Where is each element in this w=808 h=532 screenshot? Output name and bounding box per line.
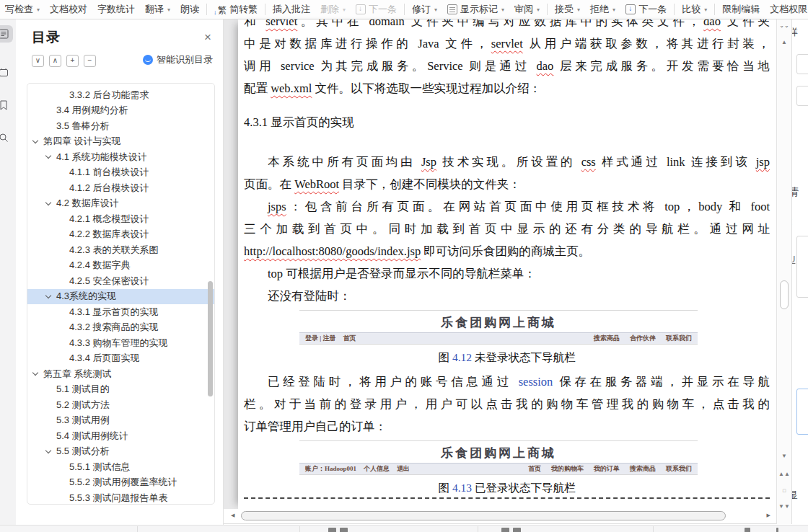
toolbar-button-label: 简转繁 [229, 3, 258, 16]
chevron-down-icon[interactable] [45, 200, 51, 205]
text-run: 栏。对于当前的登录用户，用户可以点击我的购物车管理我的购物车，点击我的 [244, 397, 770, 411]
toc-item[interactable]: 4.1.2 后台模块设计 [27, 180, 214, 196]
bookmark-icon[interactable] [0, 97, 13, 114]
toc-item-label: 4.1.1 前台模块设计 [69, 166, 149, 179]
toolbar-button-label: 修订 [412, 3, 431, 16]
text-run: 本系统中所有页面均由 [268, 155, 421, 169]
toc-item[interactable]: 4.2.4 数据字典 [27, 258, 214, 274]
toc-item[interactable]: 4.2.3 表的关联关系图 [27, 242, 214, 258]
toc-item[interactable]: 4.2.1 概念模型设计 [27, 211, 214, 227]
outline-icon[interactable] [0, 25, 13, 43]
document-page[interactable]: 和 servlet。其中在 domain 文件夹中编写对应数据库中的实体类文件，… [238, 19, 776, 509]
reject-button[interactable]: 拒绝▾ [585, 0, 620, 19]
toolbar-button-label: 插入批注 [273, 3, 310, 16]
restrict-editing-button[interactable]: 限制编辑 [717, 0, 765, 19]
close-icon[interactable]: × [204, 32, 211, 43]
dropdown-arrow-icon: ▾ [167, 6, 170, 13]
toolbar-divider [547, 4, 548, 15]
toc-item[interactable]: 3.5 鲁棒分析 [27, 118, 214, 134]
toc-item[interactable]: 4.3.1 显示首页的实现 [27, 304, 214, 320]
scroll-down-icon[interactable]: ▼ [777, 453, 791, 459]
toc-item[interactable]: 5.5.1 测试信息 [27, 459, 214, 475]
toolbar-divider [714, 4, 715, 15]
toc-item[interactable]: 3.4 用例规约分析 [27, 103, 214, 119]
toc-item[interactable]: 4.2 数据库设计 [27, 196, 214, 212]
status-bar-fragment [328, 528, 336, 532]
previous-page-icon[interactable]: ▲▲ [777, 471, 791, 477]
spell-check-button[interactable]: 写检查▾ [0, 0, 45, 19]
dropdown-arrow-icon: ▾ [434, 6, 437, 13]
toc-item[interactable]: 5.4 测试用例统计 [27, 428, 214, 444]
insert-comment-button[interactable]: 插入批注 [268, 0, 315, 19]
word-count-button[interactable]: 字数统计 [92, 0, 140, 19]
vertical-scrollbar-thumb[interactable] [780, 280, 789, 309]
figure-nav-item: 联系我们 [666, 464, 692, 474]
toc-item-label: 5.3 测试用例 [56, 414, 110, 427]
scroll-right-icon[interactable]: ▶ [767, 513, 770, 518]
expand-all-button[interactable]: + [66, 55, 79, 67]
toc-item[interactable]: 4.3.4 后页面实现 [27, 351, 214, 367]
chevron-down-icon[interactable] [45, 153, 51, 159]
figure-nav-left: 登录 | 注册首页 [305, 334, 356, 343]
toc-item[interactable]: 4.1.1 前台模块设计 [27, 165, 214, 181]
search-icon[interactable] [0, 129, 13, 146]
spellcheck-underlined-text: jsps [268, 200, 286, 213]
toolbar-button-label: 删除 [320, 3, 339, 16]
show-markup-button[interactable]: 显示标记▾ [442, 0, 509, 19]
toc-item-label: 5.2 测试方法 [56, 399, 110, 412]
accept-button[interactable]: 接受▾ [550, 0, 585, 19]
toc-item[interactable]: 4.2.5 安全保密设计 [27, 273, 214, 289]
next-change-button[interactable]: 下一条 [620, 0, 672, 19]
collapse-ribbon-icon[interactable]: ⌄⌄ [777, 22, 791, 29]
scroll-up-icon[interactable]: ▲ [777, 39, 791, 45]
toc-item[interactable]: 4.3系统的实现 [27, 289, 214, 305]
simplified-to-traditional-button[interactable]: 简转繁 [209, 0, 263, 19]
expand-heading-button[interactable]: ∨ [32, 55, 44, 67]
toolbar: 写检查▾文档校对字数统计翻译▾朗读简转繁插入批注删除▾下一条修订▾显示标记▾审阅… [0, 0, 808, 19]
toc-item[interactable]: 4.3.2 搜索商品的实现 [27, 320, 214, 336]
proofread-button[interactable]: 文档校对 [45, 0, 92, 19]
chevron-down-icon[interactable] [32, 138, 38, 143]
select-browse-object-icon[interactable]: □ [777, 488, 791, 493]
horizontal-scrollbar-thumb[interactable] [241, 511, 726, 520]
comment-icon[interactable] [0, 64, 13, 81]
toc-item[interactable]: 5.5.2 测试用例覆盖率统计 [27, 475, 214, 491]
document-permissions-button[interactable]: 文档权限 [765, 0, 808, 19]
collapse-heading-button[interactable]: ∧ [49, 55, 61, 67]
toc-item[interactable]: 3.3.2 后台功能需求 [27, 87, 214, 103]
toc-item[interactable]: 5.2 测试方法 [27, 397, 214, 413]
figure-nav-item: 个人信息 [364, 464, 390, 474]
toolbar-button-label: 比较 [682, 3, 701, 16]
next-page-icon[interactable]: ▼▼ [777, 503, 791, 510]
toc-item[interactable]: 4.2.2 数据库表设计 [27, 227, 214, 243]
toc-item[interactable]: 5.5 测试分析 [27, 444, 214, 460]
document-line: 和 servlet。其中在 domain 文件夹中编写对应数据库中的实体类文件，… [244, 19, 770, 32]
translate-button[interactable]: 翻译▾ [140, 0, 175, 19]
toc-item-label: 4.3.2 搜索商品的实现 [69, 321, 159, 334]
chevron-down-icon[interactable] [45, 293, 51, 298]
text-run: 三个加载到首页中。同时加载到首页中显示的还有分类的导航栏。通过网址 [244, 222, 770, 236]
toc-item[interactable]: 5.1 测试目的 [27, 382, 214, 398]
toc-item[interactable]: 5.3 测试用例 [27, 413, 214, 429]
compare-button[interactable]: 比较▾ [677, 0, 712, 19]
figure-nav-item: 退出 [397, 464, 410, 474]
status-bar-fragment [501, 528, 509, 532]
toc-item[interactable]: 4.3.3 购物车管理的实现 [27, 335, 214, 351]
track-changes-button[interactable]: 修订▾ [407, 0, 442, 19]
review-button[interactable]: 审阅▾ [509, 0, 545, 19]
smart-recognize-button[interactable]: 智能识别目录 [143, 53, 213, 66]
toc-item[interactable]: 5.5.3 测试问题报告单表 [27, 490, 214, 505]
toc-item[interactable]: 第四章 设计与实现 [27, 134, 214, 150]
read-aloud-button[interactable]: 朗读 [175, 0, 204, 19]
chevron-down-icon[interactable] [45, 448, 51, 453]
toc-scrollbar-thumb[interactable] [208, 281, 213, 396]
document-line: 中是对数据库进行操作的 Java 文件，servlet 从用户端获取参数，将其进… [244, 32, 770, 55]
collapse-all-button[interactable]: − [84, 55, 96, 67]
chevron-down-icon[interactable] [32, 370, 38, 376]
scroll-left-icon[interactable]: ◀ [231, 513, 234, 518]
text-run: 。其中在 domain 文件夹中编写对应数据库中的实体类文件， [297, 19, 703, 28]
toolbar-button-label: 字数统计 [97, 3, 135, 16]
toc-item[interactable]: 4.1 系统功能模块设计 [27, 149, 214, 165]
toolbar-button-label: 翻译 [145, 3, 164, 16]
toc-item[interactable]: 第五章 系统测试 [27, 366, 214, 382]
